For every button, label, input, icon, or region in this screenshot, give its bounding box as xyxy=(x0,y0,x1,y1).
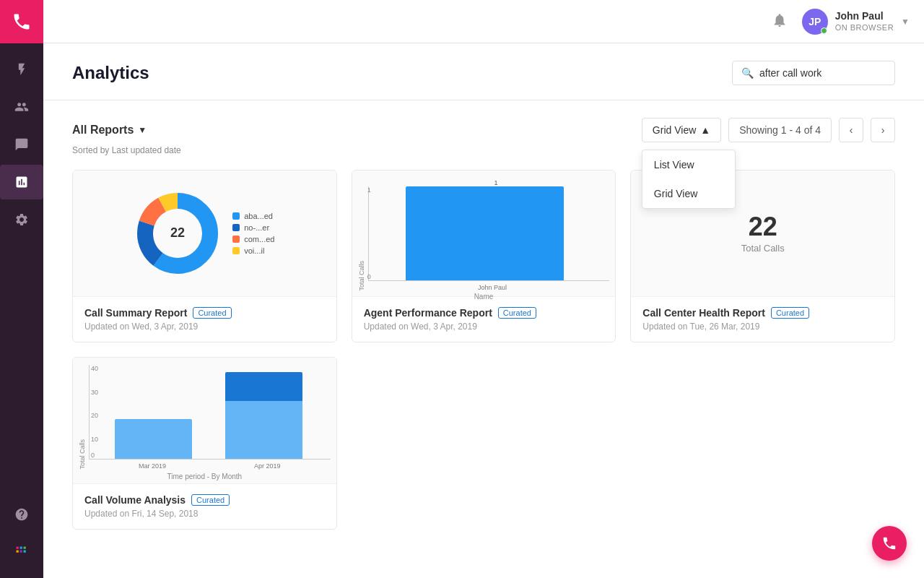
avatar: JP xyxy=(802,9,828,35)
view-selector: Grid View ▲ List View Grid View xyxy=(642,118,721,142)
bar-chart-area: Total Calls 1 1 0 John Paul xyxy=(358,179,610,291)
sidebar-item-grid[interactable] xyxy=(0,535,43,569)
user-status: ON BROWSER xyxy=(835,22,894,33)
bars-area: 1 0 xyxy=(368,186,610,281)
report-card-call-volume[interactable]: Total Calls 40 30 20 10 xyxy=(72,357,337,530)
legend-item: aba...ed xyxy=(232,212,274,220)
card-info: Call Center Health Report Curated Update… xyxy=(631,297,894,342)
svg-rect-2 xyxy=(24,547,26,549)
view-dropdown: List View Grid View xyxy=(642,150,736,209)
bar-apr-top xyxy=(225,372,302,401)
curated-badge: Curated xyxy=(193,307,231,319)
reports-grid: 22 aba...ed no-...er xyxy=(72,170,895,530)
sidebar-item-lightning[interactable] xyxy=(0,52,43,87)
bar-chart-wrap: Total Calls 1 1 0 John Paul xyxy=(352,171,616,296)
svg-rect-5 xyxy=(24,551,26,553)
volume-chart-main: 40 30 20 10 0 xyxy=(89,365,331,470)
search-box[interactable]: 🔍 xyxy=(732,61,895,85)
bar-group-mar xyxy=(115,419,192,459)
bars-row xyxy=(92,372,325,459)
svg-rect-0 xyxy=(17,547,19,549)
report-card-call-summary[interactable]: 22 aba...ed no-...er xyxy=(72,170,337,342)
sidebar-item-users[interactable] xyxy=(0,90,43,124)
donut-legend: aba...ed no-...er com...ed xyxy=(232,212,274,255)
bar-chart-main: 1 1 0 John Paul xyxy=(368,179,610,291)
next-page-button[interactable]: › xyxy=(871,118,895,142)
y-tick-1: 1 xyxy=(367,186,371,194)
donut-chart-container: 22 aba...ed no-...er xyxy=(134,190,274,277)
floating-call-button[interactable] xyxy=(872,526,907,561)
grid-view-label: Grid View xyxy=(653,124,696,136)
svg-text:22: 22 xyxy=(170,225,185,240)
card-title: Agent Performance Report xyxy=(364,307,492,319)
card-updated: Updated on Wed, 3 Apr, 2019 xyxy=(364,322,604,332)
card-title: Call Center Health Report xyxy=(642,307,765,319)
legend-color xyxy=(232,224,240,231)
card-title: Call Summary Report xyxy=(84,307,187,319)
bar-top-label: 1 xyxy=(368,179,610,186)
big-number-label: Total Calls xyxy=(741,243,785,254)
prev-page-button[interactable]: ‹ xyxy=(839,118,863,142)
bar-name: John Paul xyxy=(368,284,610,291)
sidebar-item-settings[interactable] xyxy=(0,202,43,237)
y-axis-label: Total Calls xyxy=(358,261,365,291)
bar-apr-bottom xyxy=(225,401,302,459)
x-tick-labels: Mar 2019 Apr 2019 xyxy=(89,462,331,470)
search-input[interactable] xyxy=(759,67,886,79)
list-view-option[interactable]: List View xyxy=(642,150,735,179)
legend-color xyxy=(232,212,240,220)
card-info: Call Volume Analysis Curated Updated on … xyxy=(73,484,336,529)
donut-chart-svg: 22 xyxy=(134,190,221,277)
sidebar xyxy=(0,0,43,578)
y-tick-40: 40 xyxy=(91,365,98,372)
sidebar-item-chat[interactable] xyxy=(0,127,43,162)
user-menu[interactable]: JP John Paul ON BROWSER ▼ xyxy=(802,9,910,35)
sidebar-bottom xyxy=(0,497,43,578)
card-info: Agent Performance Report Curated Updated… xyxy=(352,297,616,342)
y-tick-30: 30 xyxy=(91,389,98,396)
showing-count: Showing 1 - 4 of 4 xyxy=(728,118,832,142)
grid-view-option[interactable]: Grid View xyxy=(642,179,735,208)
bar-group-apr xyxy=(225,372,302,459)
card-title-row: Call Volume Analysis Curated xyxy=(84,494,325,506)
x-label-mar: Mar 2019 xyxy=(139,462,166,470)
y-tick-20: 20 xyxy=(91,412,98,419)
reports-section: All Reports ▼ Grid View ▲ List View Grid xyxy=(43,100,924,547)
sidebar-item-analytics[interactable] xyxy=(0,165,43,199)
card-chart-bar: Total Calls 1 1 0 John Paul xyxy=(352,171,616,297)
sidebar-logo[interactable] xyxy=(0,0,43,43)
legend-color xyxy=(232,247,240,254)
search-icon: 🔍 xyxy=(741,67,754,79)
content-area: Analytics 🔍 All Reports ▼ Grid Vie xyxy=(43,43,924,578)
legend-color xyxy=(232,236,240,243)
chevron-down-icon: ▼ xyxy=(901,17,910,27)
sidebar-item-help[interactable] xyxy=(0,497,43,532)
y-tick-0: 0 xyxy=(367,273,371,280)
curated-badge: Curated xyxy=(191,494,230,506)
card-title: Call Volume Analysis xyxy=(84,494,186,506)
all-reports-filter: All Reports ▼ xyxy=(72,124,147,137)
card-chart-stacked: Total Calls 40 30 20 10 xyxy=(73,358,336,484)
report-card-agent-performance[interactable]: Total Calls 1 1 0 John Paul xyxy=(352,170,616,342)
status-dot xyxy=(821,27,827,34)
y-axis-label: Total Calls xyxy=(79,439,86,470)
svg-rect-4 xyxy=(20,551,22,553)
card-title-row: Call Center Health Report Curated xyxy=(642,307,883,319)
card-chart-donut: 22 aba...ed no-...er xyxy=(73,171,336,297)
page-title: Analytics xyxy=(72,63,149,83)
volume-chart-wrap: Total Calls 40 30 20 10 xyxy=(73,358,336,483)
stacked-bars-area: 40 30 20 10 0 xyxy=(89,365,331,460)
all-reports-button[interactable]: All Reports ▼ xyxy=(72,124,147,137)
grid-view-button[interactable]: Grid View ▲ xyxy=(642,118,721,142)
card-updated: Updated on Tue, 26 Mar, 2019 xyxy=(642,322,883,332)
card-updated: Updated on Fri, 14 Sep, 2018 xyxy=(84,509,325,519)
x-axis-label: Name xyxy=(358,293,610,301)
number-display: 22 Total Calls xyxy=(741,214,785,254)
curated-badge: Curated xyxy=(498,307,536,319)
chevron-up-icon: ▲ xyxy=(700,124,710,136)
topbar: JP John Paul ON BROWSER ▼ xyxy=(43,0,924,43)
bar-john-paul xyxy=(406,186,565,280)
notification-bell[interactable] xyxy=(769,9,790,34)
volume-chart-area: Total Calls 40 30 20 10 xyxy=(79,365,331,470)
svg-rect-1 xyxy=(20,547,22,549)
